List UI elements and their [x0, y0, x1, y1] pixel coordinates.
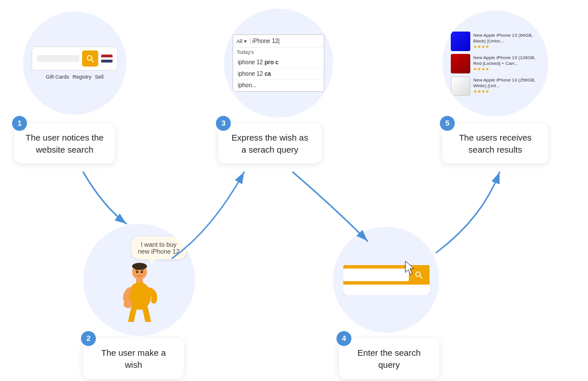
step-number-2: 2 [81, 331, 96, 346]
circle-autocomplete: All ▾ iPhone 12| Today's iphone 12 pro c… [224, 9, 333, 118]
svg-point-7 [136, 271, 138, 273]
step-box-5: 5 The users receives search results [442, 123, 548, 164]
autocomplete-mock: All ▾ iPhone 12| Today's iphone 12 pro c… [233, 34, 324, 92]
search-results-mock: New Apple iPhone 13 (64GB, Black) [Unloc… [451, 32, 540, 96]
result-image-3 [451, 76, 470, 96]
result-item-3: New Apple iPhone 13 (256GB, White) [Unl.… [451, 76, 540, 96]
result-item-2: New Apple iPhone 13 (128GB, Red [Locked]… [451, 54, 540, 73]
result-title-1: New Apple iPhone 13 (64GB, Black) [Unloc… [473, 33, 540, 45]
result-image-1 [451, 32, 470, 51]
svg-point-8 [141, 271, 143, 273]
diagram-container: Gift Cards Registry Sell All ▾ iPhone 12… [0, 0, 588, 381]
step-box-2: 2 The user make a wish [83, 339, 184, 379]
thought-text-line1: I want to buy [141, 241, 176, 248]
cursor-icon [403, 260, 417, 281]
circle-search-click [333, 227, 439, 333]
registry-link: Registry [72, 74, 91, 80]
step-label-1: The user notices the website search [26, 133, 104, 154]
step-label-4: Enter the search query [357, 348, 420, 370]
arrow-4-to-5 [436, 172, 500, 252]
autocomplete-item-3: iphon... [233, 80, 324, 91]
gift-cards-link: Gift Cards [46, 74, 69, 80]
circle-person: I want to buy new iPhone 12 [83, 224, 195, 336]
svg-line-10 [420, 276, 422, 278]
autocomplete-item-1: iphone 12 pro c [233, 57, 324, 68]
step-label-2: The user make a wish [101, 348, 166, 370]
result-image-2 [451, 54, 470, 73]
sell-link: Sell [95, 74, 103, 80]
thought-text-line2: new iPhone 12 [138, 248, 180, 255]
result-item-1: New Apple iPhone 13 (64GB, Black) [Unloc… [451, 32, 540, 51]
svg-point-3 [132, 263, 147, 270]
step-number-5: 5 [440, 116, 455, 131]
step-box-4: 4 Enter the search query [339, 339, 439, 379]
result-stars-3: ★★★★ [473, 89, 540, 94]
mock-nav-links: Gift Cards Registry Sell [46, 74, 104, 80]
step-number-3: 3 [216, 116, 231, 131]
arrow-1-to-2 [83, 172, 126, 224]
thought-bubble: I want to buy new iPhone 12 [131, 236, 187, 259]
circle-results: New Apple iPhone 13 (64GB, Black) [Unloc… [442, 10, 548, 116]
circle-search-bar: Gift Cards Registry Sell [23, 11, 126, 115]
arrow-3-to-4 [293, 172, 368, 241]
mock-search-icon [82, 50, 98, 67]
result-title-3: New Apple iPhone 13 (256GB, White) [Unl.… [473, 77, 540, 90]
search-click-input [343, 285, 430, 295]
result-title-2: New Apple iPhone 13 (128GB, Red [Locked]… [473, 55, 540, 67]
step-box-1: 1 The user notices the website search [14, 123, 115, 164]
step-number-1: 1 [12, 116, 27, 131]
step-number-4: 4 [336, 331, 351, 346]
all-dropdown: All ▾ [237, 38, 250, 44]
autocomplete-item-2: iphone 12 ca [233, 68, 324, 80]
svg-point-6 [123, 300, 133, 308]
step-label-5: The users receives search results [459, 133, 532, 154]
svg-line-1 [92, 60, 94, 63]
svg-point-0 [87, 56, 92, 60]
step-box-3: 3 Express the wish as a serach query [218, 123, 322, 164]
person-figure [117, 262, 163, 324]
result-stars-1: ★★★★ [473, 44, 540, 49]
todays-deals: Today's [233, 48, 324, 57]
step-label-3: Express the wish as a serach query [231, 133, 308, 154]
result-stars-2: ★★★★ [473, 67, 540, 72]
search-input-mock: iPhone 12| [253, 38, 280, 44]
mock-search-bar [32, 46, 118, 71]
flag-icon [101, 55, 113, 63]
